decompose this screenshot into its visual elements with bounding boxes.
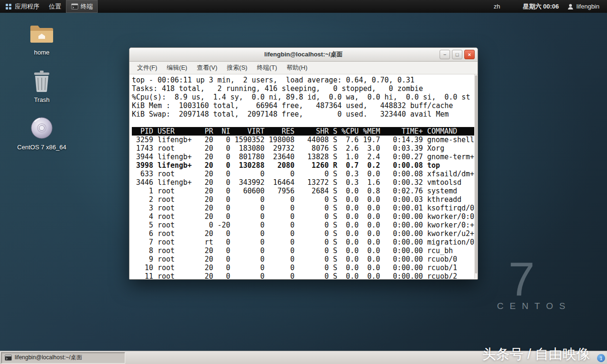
cell-ni: 0 — [218, 136, 230, 144]
cell-ni: 0 — [218, 178, 230, 187]
cell-s: S — [333, 195, 337, 204]
cell-ni: 0 — [218, 212, 230, 221]
cell-cpu: 0.3 — [341, 178, 359, 187]
cell-virt: 1590352 — [235, 136, 265, 144]
process-row: 3259lifengb+200159035219800844008S7.619.… — [132, 136, 474, 144]
terminal-body[interactable]: top - 00:06:11 up 3 min, 2 users, load a… — [129, 74, 478, 279]
cell-command: kthreadd — [427, 195, 474, 204]
cell-virt: 183080 — [235, 144, 265, 153]
desktop-icon-home[interactable]: home — [13, 23, 70, 56]
minimize-button[interactable]: − — [440, 50, 450, 59]
cell-cpu: 0.0 — [341, 204, 359, 212]
cell-pr: rt — [200, 238, 213, 246]
desktop-screen: 应用程序 位置 终端 zh 星期六 00:06 — [0, 0, 607, 364]
cell-ni: 0 — [218, 238, 230, 246]
blank-line — [132, 118, 474, 127]
cell-pid: 11 — [132, 272, 153, 279]
cell-mem: 0.0 — [363, 212, 380, 221]
cell-command: vmtoolsd — [427, 178, 474, 187]
cell-pid: 6 — [132, 229, 153, 238]
cell-res: 0 — [269, 272, 294, 279]
cell-user: root — [157, 204, 196, 212]
maximize-button[interactable]: □ — [452, 50, 462, 59]
cell-cpu: 1.0 — [341, 153, 359, 161]
cell-pr: 20 — [200, 229, 213, 238]
terminal-scrollbar[interactable] — [474, 74, 478, 279]
desktop-icon-cdrom[interactable]: CentOS 7 x86_64 — [13, 116, 70, 151]
cell-time: 0:00.00 — [385, 221, 423, 229]
cell-user: lifengb+ — [157, 161, 196, 170]
desktop-icon-trash[interactable]: Trash — [13, 70, 70, 103]
top-summary-line: top - 00:06:11 up 3 min, 2 users, load a… — [132, 76, 474, 84]
cell-command: rcuob/0 — [427, 255, 474, 264]
taskbar-window-label: lifengbin@localhost:~/桌面 — [15, 354, 82, 362]
places-label: 位置 — [49, 2, 61, 11]
cell-command: kworker/0:+ — [427, 221, 474, 229]
cell-s: S — [333, 212, 337, 221]
cell-virt: 0 — [235, 272, 265, 279]
menu-terminal[interactable]: 终端(T) — [252, 62, 282, 74]
volume-icon[interactable] — [504, 0, 512, 8]
cell-command: kworker/0:0 — [427, 212, 474, 221]
cell-mem: 0.0 — [363, 272, 380, 279]
process-row: 1743root200183080297328076S2.63.00:03.39… — [132, 144, 474, 153]
cell-time: 0:00.00 — [385, 238, 423, 246]
cell-pr: 20 — [200, 264, 213, 272]
cell-time: 0:00.27 — [385, 153, 423, 161]
cell-user: lifengb+ — [157, 136, 196, 144]
cell-cpu: 0.0 — [341, 272, 359, 279]
window-titlebar[interactable]: lifengbin@localhost:~/桌面 − □ × — [129, 48, 478, 62]
cell-res: 0 — [269, 238, 294, 246]
menu-search[interactable]: 搜索(S) — [222, 62, 252, 74]
cell-shr: 13828 — [299, 153, 329, 161]
col-header-command: COMMAND — [427, 127, 474, 136]
cell-time: 0:00.00 — [385, 229, 423, 238]
cell-s: S — [333, 204, 337, 212]
top-bar-left: 应用程序 位置 终端 — [0, 0, 98, 13]
cell-res: 0 — [269, 246, 294, 255]
cell-ni: 0 — [218, 255, 230, 264]
cell-shr: 0 — [299, 212, 329, 221]
cell-shr: 0 — [299, 246, 329, 255]
cell-mem: 0.8 — [363, 187, 380, 195]
applications-menu[interactable]: 应用程序 — [0, 0, 44, 13]
cell-pid: 4 — [132, 212, 153, 221]
desktop[interactable]: home Trash — [0, 13, 607, 351]
places-menu[interactable]: 位置 — [44, 0, 66, 13]
cell-command: ksoftirqd/0 — [427, 204, 474, 212]
display-icon[interactable] — [512, 0, 519, 8]
active-app-menu[interactable]: 终端 — [66, 0, 98, 13]
scrollbar-thumb[interactable] — [475, 75, 477, 273]
col-header-time: TIME+ — [385, 127, 423, 136]
taskbar-window-button[interactable]: lifengbin@localhost:~/桌面 — [1, 352, 125, 364]
cell-user: root — [157, 272, 196, 279]
menu-edit[interactable]: 编辑(E) — [162, 62, 192, 74]
clock[interactable]: 星期六 00:06 — [519, 0, 563, 13]
cell-pr: 20 — [200, 255, 213, 264]
cell-ni: 0 — [218, 204, 230, 212]
menu-file[interactable]: 文件(F) — [132, 62, 162, 74]
cell-s: S — [333, 255, 337, 264]
cell-virt: 0 — [235, 246, 265, 255]
cell-time: 0:00.08 — [385, 161, 423, 170]
cell-mem: 0.2 — [363, 161, 380, 170]
menu-help[interactable]: 帮助(H) — [282, 62, 312, 74]
cell-pr: 20 — [200, 144, 213, 153]
cell-command: migration/0 — [427, 238, 474, 246]
cell-cpu: 0.0 — [341, 221, 359, 229]
input-method-indicator[interactable]: zh — [490, 0, 504, 13]
process-row: 633root200000S0.30.00:00.08xfsaild/dm+ — [132, 170, 474, 178]
cell-time: 0:00.00 — [385, 212, 423, 221]
close-button[interactable]: × — [464, 50, 475, 59]
cell-shr: 2684 — [299, 187, 329, 195]
cell-command: kworker/u2+ — [427, 229, 474, 238]
cell-command: top — [427, 161, 474, 170]
top-bar-right: zh 星期六 00:06 lifengbin — [490, 0, 607, 13]
user-menu[interactable]: lifengbin — [563, 0, 603, 13]
top-summary-line: Tasks: 418 total, 2 running, 416 sleepin… — [132, 84, 474, 93]
col-header-ni: NI — [218, 127, 230, 136]
cell-ni: 0 — [218, 195, 230, 204]
cell-pr: 20 — [200, 170, 213, 178]
cell-cpu: 0.0 — [341, 195, 359, 204]
menu-view[interactable]: 查看(V) — [192, 62, 222, 74]
